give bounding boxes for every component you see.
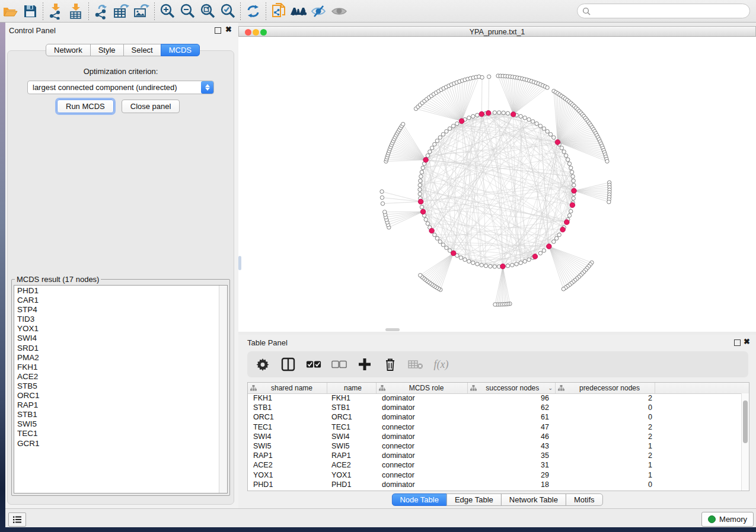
- table-row[interactable]: STB1STB1dominator620: [248, 403, 742, 412]
- mcds-result-item[interactable]: SWI5: [14, 419, 219, 429]
- horizontal-scrollbar[interactable]: [385, 328, 400, 331]
- tab-style[interactable]: Style: [90, 44, 124, 56]
- table-row[interactable]: ACE2ACE2connector311: [248, 460, 742, 470]
- control-panel: Control Panel ✖ NetworkStyleSelectMCDS O…: [5, 23, 238, 508]
- table-row[interactable]: PHD1PHD1dominator180: [248, 480, 742, 489]
- selected-criterion: largest connected component (undirected): [28, 83, 201, 92]
- search-input[interactable]: [594, 7, 749, 16]
- mcds-result-item[interactable]: CAR1: [14, 296, 219, 305]
- tab-network[interactable]: Network: [46, 44, 91, 56]
- mcds-result-item[interactable]: PHD1: [14, 286, 219, 296]
- mcds-result-item[interactable]: TID3: [14, 315, 219, 324]
- export-image-icon[interactable]: [132, 2, 152, 21]
- settings-gear-icon[interactable]: [255, 357, 270, 372]
- tab-select[interactable]: Select: [123, 44, 161, 56]
- mcds-result-item[interactable]: TEC1: [14, 429, 219, 438]
- task-history-button[interactable]: [8, 512, 26, 527]
- hide-selected-eye-icon[interactable]: [309, 2, 329, 21]
- table-row[interactable]: YOX1YOX1connector291: [248, 470, 742, 480]
- column-header-name[interactable]: name: [327, 383, 377, 393]
- mcds-result-item[interactable]: ACE2: [14, 372, 219, 382]
- table-row[interactable]: SWI5SWI5connector431: [248, 441, 742, 451]
- node-table: shared namenameMCDS rolesuccessor nodes⌄…: [247, 382, 749, 491]
- mcds-result-item[interactable]: GCR1: [14, 439, 219, 448]
- export-network-icon[interactable]: [91, 2, 111, 21]
- mcds-result-item[interactable]: ORC1: [14, 391, 219, 400]
- deselect-all-columns-icon[interactable]: [331, 357, 347, 372]
- tab-node-table[interactable]: Node Table: [391, 493, 447, 506]
- column-header-shared-name[interactable]: shared name: [248, 383, 327, 393]
- run-mcds-button[interactable]: Run MCDS: [57, 100, 114, 113]
- close-panel-button[interactable]: Close panel: [122, 100, 180, 113]
- status-bar: Memory: [5, 508, 756, 527]
- cell: dominator: [377, 412, 468, 422]
- cell: ACE2: [248, 460, 327, 470]
- table-row[interactable]: RAP1RAP1dominator352: [248, 451, 742, 460]
- table-row[interactable]: ORC1ORC1dominator610: [248, 412, 742, 422]
- mcds-result-item[interactable]: PMA2: [14, 353, 219, 363]
- zoom-fit-icon[interactable]: [197, 2, 218, 21]
- mcds-result-item[interactable]: STB1: [14, 410, 219, 419]
- find-network-icon[interactable]: [289, 2, 309, 21]
- zoom-in-icon[interactable]: [157, 2, 177, 21]
- column-header-predecessor-nodes[interactable]: predecessor nodes: [556, 383, 655, 393]
- import-table-icon[interactable]: [66, 2, 86, 21]
- tab-motifs[interactable]: Motifs: [566, 493, 603, 506]
- list-icon: [12, 515, 22, 524]
- mcds-result-item[interactable]: SWI4: [14, 334, 219, 343]
- search-box[interactable]: [577, 4, 750, 18]
- delete-table-icon[interactable]: [408, 357, 423, 372]
- save-session-icon[interactable]: [20, 2, 40, 21]
- memory-button[interactable]: Memory: [701, 512, 754, 527]
- copy-style-icon[interactable]: [269, 2, 289, 21]
- tab-network-table[interactable]: Network Table: [501, 493, 566, 506]
- tab-edge-table[interactable]: Edge Table: [446, 493, 502, 506]
- sort-arrow-icon[interactable]: ⌄: [548, 385, 553, 391]
- table-row[interactable]: FKH1FKH1dominator962: [248, 393, 742, 403]
- tab-mcds[interactable]: MCDS: [161, 44, 200, 56]
- mcds-result-item[interactable]: SRD1: [14, 344, 219, 353]
- cell: 62: [468, 403, 556, 412]
- import-network-icon[interactable]: [46, 2, 66, 21]
- add-column-icon[interactable]: [357, 357, 372, 372]
- mcds-result-item[interactable]: STB5: [14, 382, 219, 391]
- table-row[interactable]: SWI4SWI4dominator462: [248, 432, 742, 441]
- mcds-result-list: PHD1CAR1STP4TID3YOX1SWI4SRD1PMA2FKH1ACE2…: [14, 286, 219, 493]
- table-scrollbar[interactable]: [741, 393, 749, 491]
- cell: ACE2: [327, 460, 377, 470]
- select-all-columns-icon[interactable]: [306, 357, 321, 372]
- close-panel-icon[interactable]: ✖: [744, 337, 750, 346]
- toolbar-separator: [240, 2, 241, 20]
- mcds-result-title: MCDS result (17 nodes): [15, 275, 101, 284]
- table-header: shared namenameMCDS rolesuccessor nodes⌄…: [248, 383, 749, 394]
- network-canvas[interactable]: [238, 37, 756, 332]
- mcds-result-item[interactable]: YOX1: [14, 324, 219, 334]
- mcds-result-scrollbar[interactable]: [219, 286, 227, 493]
- table-panel-titlebar: Table Panel ✖: [238, 335, 756, 350]
- delete-column-icon[interactable]: [382, 357, 398, 372]
- function-builder-icon[interactable]: f(x): [433, 357, 449, 372]
- mcds-result-item[interactable]: STP4: [14, 305, 219, 315]
- refresh-view-icon[interactable]: [243, 2, 263, 21]
- float-panel-icon[interactable]: [734, 339, 741, 346]
- float-panel-icon[interactable]: [215, 27, 221, 34]
- zoom-out-icon[interactable]: [177, 2, 197, 21]
- zoom-selected-icon[interactable]: [218, 2, 238, 21]
- mcds-result-item[interactable]: RAP1: [14, 400, 219, 410]
- scrollbar-thumb[interactable]: [743, 400, 748, 443]
- optimization-criterion-select[interactable]: largest connected component (undirected): [27, 81, 214, 94]
- control-panel-titlebar: Control Panel ✖: [5, 23, 238, 38]
- cell: 18: [468, 480, 556, 489]
- toggle-panes-icon[interactable]: [280, 357, 296, 372]
- open-file-icon[interactable]: [0, 2, 20, 21]
- mcds-result-item[interactable]: FKH1: [14, 363, 219, 372]
- cell: PHD1: [327, 480, 377, 489]
- table-row[interactable]: TEC1TEC1connector472: [248, 422, 742, 432]
- cell: 2: [556, 393, 655, 403]
- vertical-scrollbar[interactable]: [238, 256, 241, 270]
- show-all-eye-icon[interactable]: [329, 2, 349, 21]
- close-panel-icon[interactable]: ✖: [225, 25, 232, 34]
- export-table-icon[interactable]: [111, 2, 132, 21]
- column-header-MCDS-role[interactable]: MCDS role: [377, 383, 468, 393]
- column-header-successor-nodes[interactable]: successor nodes⌄: [468, 383, 556, 393]
